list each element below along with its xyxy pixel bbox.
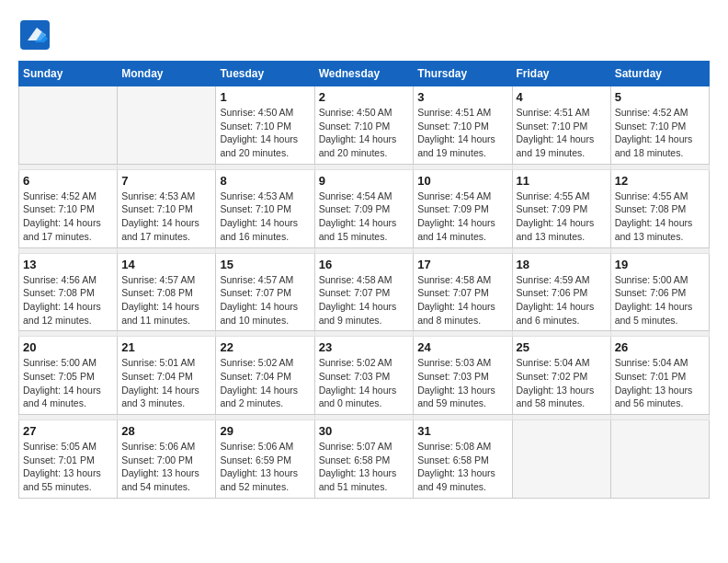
calendar-cell: [512, 420, 610, 499]
weekday-header-friday: Friday: [512, 62, 610, 86]
calendar-header-row: SundayMondayTuesdayWednesdayThursdayFrid…: [19, 62, 710, 86]
day-detail: Sunrise: 4:55 AMSunset: 7:09 PMDaylight:…: [517, 190, 607, 244]
calendar-cell: 16Sunrise: 4:58 AMSunset: 7:07 PMDayligh…: [314, 253, 414, 331]
day-number: 1: [220, 90, 310, 104]
day-number: 21: [121, 340, 211, 354]
day-number: 13: [23, 258, 113, 271]
calendar-cell: [610, 420, 709, 499]
day-detail: Sunrise: 5:00 AMSunset: 7:06 PMDaylight:…: [615, 273, 705, 327]
weekday-header-thursday: Thursday: [414, 62, 512, 86]
day-detail: Sunrise: 5:06 AMSunset: 7:00 PMDaylight:…: [121, 440, 211, 494]
calendar-cell: 3Sunrise: 4:51 AMSunset: 7:10 PMDaylight…: [414, 86, 512, 165]
day-number: 18: [517, 258, 607, 271]
calendar-cell: 20Sunrise: 5:00 AMSunset: 7:05 PMDayligh…: [19, 337, 118, 415]
calendar-cell: 29Sunrise: 5:06 AMSunset: 6:59 PMDayligh…: [216, 420, 314, 499]
calendar-cell: 4Sunrise: 4:51 AMSunset: 7:10 PMDaylight…: [512, 86, 610, 165]
calendar-cell: 24Sunrise: 5:03 AMSunset: 7:03 PMDayligh…: [414, 337, 512, 415]
day-number: 22: [220, 340, 310, 354]
day-detail: Sunrise: 5:02 AMSunset: 7:04 PMDaylight:…: [220, 356, 310, 410]
calendar-cell: 21Sunrise: 5:01 AMSunset: 7:04 PMDayligh…: [118, 337, 216, 415]
day-number: 3: [417, 90, 507, 104]
day-detail: Sunrise: 4:51 AMSunset: 7:10 PMDaylight:…: [517, 106, 607, 160]
day-number: 27: [23, 424, 113, 438]
weekday-header-monday: Monday: [118, 62, 216, 86]
day-detail: Sunrise: 4:54 AMSunset: 7:09 PMDaylight:…: [417, 190, 507, 244]
calendar-week-1: 1Sunrise: 4:50 AMSunset: 7:10 PMDaylight…: [19, 86, 710, 165]
day-detail: Sunrise: 4:57 AMSunset: 7:07 PMDaylight:…: [220, 273, 310, 327]
calendar-week-4: 20Sunrise: 5:00 AMSunset: 7:05 PMDayligh…: [19, 337, 710, 415]
weekday-header-sunday: Sunday: [19, 62, 118, 86]
day-number: 20: [23, 340, 113, 354]
day-detail: Sunrise: 5:07 AMSunset: 6:58 PMDaylight:…: [319, 440, 410, 494]
calendar-week-5: 27Sunrise: 5:05 AMSunset: 7:01 PMDayligh…: [19, 420, 710, 499]
calendar-cell: 12Sunrise: 4:55 AMSunset: 7:08 PMDayligh…: [610, 169, 709, 247]
day-detail: Sunrise: 5:06 AMSunset: 6:59 PMDaylight:…: [220, 440, 310, 494]
day-detail: Sunrise: 4:56 AMSunset: 7:08 PMDaylight:…: [23, 273, 113, 327]
calendar-cell: 6Sunrise: 4:52 AMSunset: 7:10 PMDaylight…: [19, 169, 118, 247]
day-detail: Sunrise: 4:53 AMSunset: 7:10 PMDaylight:…: [121, 190, 211, 244]
day-number: 11: [517, 174, 607, 188]
day-detail: Sunrise: 5:01 AMSunset: 7:04 PMDaylight:…: [121, 356, 211, 410]
day-detail: Sunrise: 4:54 AMSunset: 7:09 PMDaylight:…: [319, 190, 410, 244]
logo-icon: [18, 18, 51, 52]
day-detail: Sunrise: 5:04 AMSunset: 7:01 PMDaylight:…: [615, 356, 705, 410]
weekday-header-saturday: Saturday: [610, 62, 709, 86]
day-number: 16: [319, 258, 410, 271]
calendar-cell: 11Sunrise: 4:55 AMSunset: 7:09 PMDayligh…: [512, 169, 610, 247]
calendar-cell: 22Sunrise: 5:02 AMSunset: 7:04 PMDayligh…: [216, 337, 314, 415]
day-detail: Sunrise: 4:50 AMSunset: 7:10 PMDaylight:…: [220, 106, 310, 160]
day-number: 29: [220, 424, 310, 438]
day-number: 5: [615, 90, 705, 104]
day-detail: Sunrise: 4:50 AMSunset: 7:10 PMDaylight:…: [319, 106, 410, 160]
day-number: 4: [517, 90, 607, 104]
day-number: 7: [121, 174, 211, 188]
day-detail: Sunrise: 4:52 AMSunset: 7:10 PMDaylight:…: [23, 190, 113, 244]
day-number: 14: [121, 258, 211, 271]
calendar-cell: 8Sunrise: 4:53 AMSunset: 7:10 PMDaylight…: [216, 169, 314, 247]
calendar-cell: 9Sunrise: 4:54 AMSunset: 7:09 PMDaylight…: [314, 169, 414, 247]
calendar-cell: 27Sunrise: 5:05 AMSunset: 7:01 PMDayligh…: [19, 420, 118, 499]
calendar-cell: 7Sunrise: 4:53 AMSunset: 7:10 PMDaylight…: [118, 169, 216, 247]
calendar-cell: 10Sunrise: 4:54 AMSunset: 7:09 PMDayligh…: [414, 169, 512, 247]
calendar-week-3: 13Sunrise: 4:56 AMSunset: 7:08 PMDayligh…: [19, 253, 710, 331]
calendar-cell: 5Sunrise: 4:52 AMSunset: 7:10 PMDaylight…: [610, 86, 709, 165]
day-detail: Sunrise: 4:51 AMSunset: 7:10 PMDaylight:…: [417, 106, 507, 160]
day-detail: Sunrise: 4:53 AMSunset: 7:10 PMDaylight:…: [220, 190, 310, 244]
calendar-cell: 1Sunrise: 4:50 AMSunset: 7:10 PMDaylight…: [216, 86, 314, 165]
day-detail: Sunrise: 5:05 AMSunset: 7:01 PMDaylight:…: [23, 440, 113, 494]
day-number: 9: [319, 174, 410, 188]
day-number: 19: [615, 258, 705, 271]
day-detail: Sunrise: 4:58 AMSunset: 7:07 PMDaylight:…: [417, 273, 507, 327]
day-number: 25: [517, 340, 607, 354]
calendar-cell: 23Sunrise: 5:02 AMSunset: 7:03 PMDayligh…: [314, 337, 414, 415]
day-detail: Sunrise: 5:03 AMSunset: 7:03 PMDaylight:…: [417, 356, 507, 410]
calendar-cell: 15Sunrise: 4:57 AMSunset: 7:07 PMDayligh…: [216, 253, 314, 331]
day-number: 2: [319, 90, 410, 104]
day-detail: Sunrise: 4:52 AMSunset: 7:10 PMDaylight:…: [615, 106, 705, 160]
day-number: 17: [417, 258, 507, 271]
calendar-cell: 19Sunrise: 5:00 AMSunset: 7:06 PMDayligh…: [610, 253, 709, 331]
day-number: 30: [319, 424, 410, 438]
day-detail: Sunrise: 4:55 AMSunset: 7:08 PMDaylight:…: [615, 190, 705, 244]
calendar-cell: 2Sunrise: 4:50 AMSunset: 7:10 PMDaylight…: [314, 86, 414, 165]
day-number: 6: [23, 174, 113, 188]
day-number: 8: [220, 174, 310, 188]
page-header: [18, 18, 710, 52]
calendar-cell: [19, 86, 118, 165]
calendar-cell: 31Sunrise: 5:08 AMSunset: 6:58 PMDayligh…: [414, 420, 512, 499]
calendar-cell: 25Sunrise: 5:04 AMSunset: 7:02 PMDayligh…: [512, 337, 610, 415]
calendar-cell: 17Sunrise: 4:58 AMSunset: 7:07 PMDayligh…: [414, 253, 512, 331]
day-number: 23: [319, 340, 410, 354]
calendar-week-2: 6Sunrise: 4:52 AMSunset: 7:10 PMDaylight…: [19, 169, 710, 247]
day-detail: Sunrise: 4:59 AMSunset: 7:06 PMDaylight:…: [517, 273, 607, 327]
day-number: 15: [220, 258, 310, 271]
day-number: 26: [615, 340, 705, 354]
day-detail: Sunrise: 5:00 AMSunset: 7:05 PMDaylight:…: [23, 356, 113, 410]
day-detail: Sunrise: 5:08 AMSunset: 6:58 PMDaylight:…: [417, 440, 507, 494]
day-number: 31: [417, 424, 507, 438]
day-detail: Sunrise: 5:04 AMSunset: 7:02 PMDaylight:…: [517, 356, 607, 410]
calendar-cell: 28Sunrise: 5:06 AMSunset: 7:00 PMDayligh…: [118, 420, 216, 499]
calendar-cell: 13Sunrise: 4:56 AMSunset: 7:08 PMDayligh…: [19, 253, 118, 331]
day-number: 10: [417, 174, 507, 188]
day-number: 28: [121, 424, 211, 438]
